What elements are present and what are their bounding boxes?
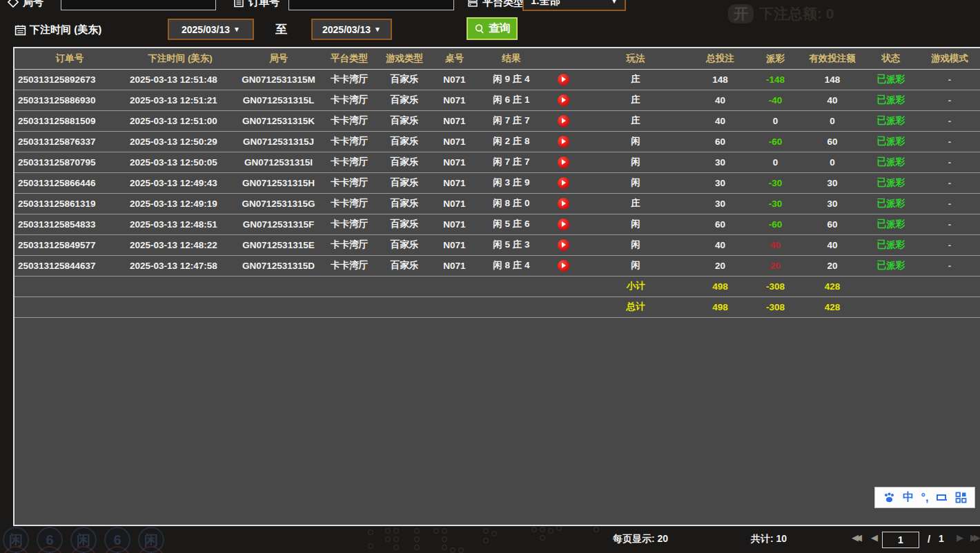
calendar-icon: [14, 23, 26, 36]
cell-table_no: N071: [432, 255, 477, 276]
cell-round_id: GN0712531315F: [235, 214, 322, 234]
cell-order_id: 250313125866446: [14, 172, 125, 193]
play-triangle: [562, 180, 566, 185]
cell-order_id: 250313125861319: [14, 193, 125, 214]
cell-time: 2025-03-13 12:50:29: [125, 131, 235, 152]
date-from-picker[interactable]: 2025/03/13 ▼: [168, 19, 254, 40]
cell-game: 百家乐: [377, 90, 432, 110]
cell-platform: 卡卡湾厅: [322, 90, 377, 110]
chevron-down-icon: ▼: [374, 26, 381, 33]
cell-total_bet: 148: [691, 69, 749, 90]
cell-total_bet: 40: [691, 234, 749, 255]
cell-platform: 卡卡湾厅: [322, 110, 377, 131]
pagination-bar: 每页显示: 20 共计: 10 ◀◀ ◀ / 1 ▶ ▶▶: [0, 526, 980, 553]
cell-table_no: N071: [432, 193, 477, 214]
cell-round_id: GN0712531315I: [235, 152, 322, 172]
date-to-value: 2025/03/13: [322, 24, 371, 35]
platform-server-icon: [467, 0, 479, 8]
column-header: 下注时间 (美东): [125, 48, 235, 69]
cell-play: 庄: [580, 110, 691, 131]
cell-time: 2025-03-13 12:49:43: [125, 172, 235, 193]
replay-video-icon[interactable]: [558, 239, 569, 251]
cell-status: 已派彩: [863, 131, 919, 152]
first-page-button[interactable]: ◀◀: [852, 532, 859, 543]
column-header: 桌号: [432, 48, 477, 69]
ime-punctuation-toggle[interactable]: °,: [921, 492, 929, 504]
search-button-label: 查询: [489, 21, 511, 36]
replay-cell: [546, 234, 580, 255]
cell-round_id: GN0712531315L: [235, 90, 322, 110]
next-page-button[interactable]: ▶: [957, 532, 963, 543]
replay-video-icon[interactable]: [558, 260, 569, 272]
order-number-input[interactable]: [288, 0, 454, 10]
cell-play: 庄: [580, 90, 691, 110]
bet-history-screen: 开 下注总额: 0 闲6闲6闲 庄庄庄庄庄 局号 订单号 平台类型 1.全部 ▼…: [0, 0, 980, 553]
ime-keyboard-icon[interactable]: [936, 492, 948, 503]
date-to-picker[interactable]: 2025/03/13 ▼: [311, 19, 392, 40]
cell-total_bet: 30: [691, 172, 749, 193]
cell-mode: -: [919, 255, 980, 276]
cell-order_id: 250313125849577: [14, 234, 125, 255]
table-row: 2503131258869302025-03-13 12:51:21GN0712…: [14, 90, 980, 110]
column-header: 派彩: [749, 48, 801, 69]
platform-type-select[interactable]: 1.全部 ▼: [522, 0, 626, 11]
table-header-row: 订单号下注时间 (美东)局号平台类型游戏类型桌号结果玩法总投注派彩有效投注额状态…: [14, 48, 980, 69]
column-header: 总投注: [691, 48, 749, 69]
cell-table_no: N071: [432, 172, 477, 193]
round-number-label: 局号: [23, 0, 43, 9]
replay-video-icon[interactable]: [558, 115, 569, 127]
bet-history-table: 订单号下注时间 (美东)局号平台类型游戏类型桌号结果玩法总投注派彩有效投注额状态…: [14, 48, 980, 318]
cell-time: 2025-03-13 12:48:22: [125, 234, 235, 255]
cell-mode: -: [919, 110, 980, 131]
replay-cell: [546, 131, 580, 152]
ime-toolbar[interactable]: 中 °,: [874, 487, 975, 508]
replay-video-icon[interactable]: [558, 219, 569, 230]
cell-total_bet: 20: [691, 255, 749, 276]
column-header: [546, 48, 580, 69]
total-spacer: [14, 296, 580, 317]
round-number-input[interactable]: [61, 0, 216, 10]
cell-order_id: 250313125881509: [14, 110, 125, 131]
cell-time: 2025-03-13 12:51:48: [125, 69, 235, 90]
search-button[interactable]: 查询: [467, 17, 518, 40]
last-page-button[interactable]: ▶▶: [970, 532, 977, 543]
chevron-down-icon: ▼: [233, 26, 240, 33]
ime-tools-grid-icon[interactable]: [955, 492, 967, 503]
chevron-down-icon: ▼: [611, 0, 618, 5]
order-list-icon: [233, 0, 245, 8]
replay-cell: [546, 110, 580, 131]
cell-table_no: N071: [432, 131, 477, 152]
replay-video-icon[interactable]: [558, 177, 569, 189]
cell-play: 庄: [580, 193, 691, 214]
replay-video-icon[interactable]: [558, 157, 569, 168]
cell-table_no: N071: [432, 69, 477, 90]
bet-table-body: 2503131258926732025-03-13 12:51:48GN0712…: [14, 69, 980, 317]
cell-result: 闲 9 庄 4: [477, 69, 546, 90]
background-faint-total: 开 下注总额: 0: [728, 4, 834, 23]
table-row: 2503131258926732025-03-13 12:51:48GN0712…: [14, 69, 980, 90]
ime-paw-icon[interactable]: [883, 492, 896, 504]
cell-table_no: N071: [432, 110, 477, 131]
replay-video-icon[interactable]: [558, 74, 569, 86]
page-number-input[interactable]: [882, 532, 919, 548]
cell-valid_bet: 20: [801, 255, 863, 276]
replay-video-icon[interactable]: [558, 198, 569, 210]
replay-video-icon[interactable]: [558, 94, 569, 106]
cell-payout: 0: [749, 110, 801, 131]
cell-play: 闲: [580, 131, 691, 152]
total-label: 总计: [580, 296, 691, 317]
cell-total_bet: 30: [691, 193, 749, 214]
cell-platform: 卡卡湾厅: [322, 172, 377, 193]
cell-platform: 卡卡湾厅: [322, 234, 377, 255]
bet-history-panel: 订单号下注时间 (美东)局号平台类型游戏类型桌号结果玩法总投注派彩有效投注额状态…: [13, 47, 980, 526]
column-header: 局号: [235, 48, 322, 69]
replay-video-icon[interactable]: [558, 136, 569, 148]
total-pages: 1: [939, 533, 944, 544]
cell-game: 百家乐: [377, 69, 432, 90]
cell-time: 2025-03-13 12:51:21: [125, 90, 235, 110]
cell-status: 已派彩: [863, 110, 919, 131]
cell-mode: -: [919, 90, 980, 110]
ime-mode-toggle[interactable]: 中: [903, 490, 914, 505]
previous-page-button[interactable]: ◀: [871, 532, 878, 543]
cell-status: 已派彩: [863, 193, 919, 214]
